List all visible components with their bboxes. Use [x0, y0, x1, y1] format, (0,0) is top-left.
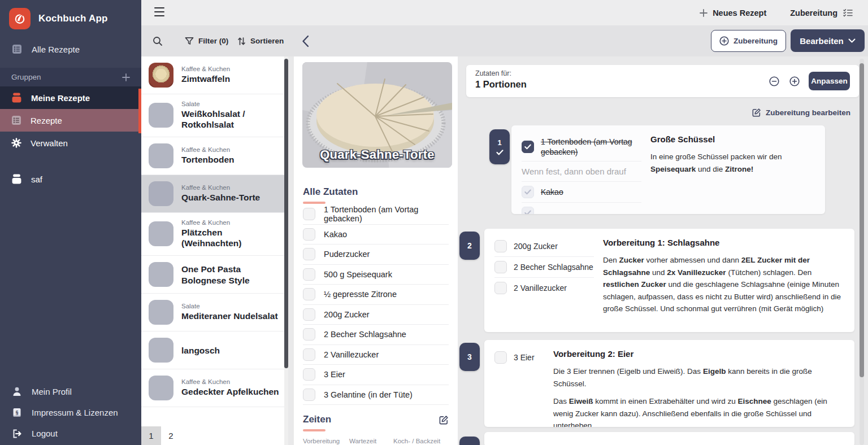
- edit-icon: [752, 108, 761, 117]
- list-item[interactable]: Kaffee & Kuchen Plätzchen (Weihnachten): [141, 213, 284, 256]
- list-item[interactable]: Kaffee & Kuchen Gedeckter Apfelkuchen: [141, 369, 284, 407]
- recipe-category: Kaffee & Kuchen: [181, 219, 281, 226]
- step-ingredient-checkbox[interactable]: [494, 351, 507, 364]
- recipe-list-icon: [11, 44, 23, 54]
- ingredient-checkbox[interactable]: [303, 208, 315, 220]
- toolbar: Filter (0) Sortieren Zubereitung Bearbei…: [141, 25, 868, 56]
- list-item-selected[interactable]: Kaffee & Kuchen Quark-Sahne-Torte: [141, 175, 284, 213]
- recipe-list-icon: [11, 115, 21, 125]
- step-ingredient-row[interactable]: 3 Eier: [494, 347, 544, 368]
- add-zubereitung-button[interactable]: Zubereitung: [711, 30, 786, 52]
- sidebar-item-meine-rezepte[interactable]: Meine Rezepte: [0, 86, 141, 109]
- recipe-thumbnail: [149, 376, 173, 400]
- paragraph-book-icon: §: [11, 408, 23, 417]
- ingredient-checkbox[interactable]: [303, 348, 315, 361]
- step-ingredient-row[interactable]: 200g Zucker: [494, 236, 594, 257]
- step-ingredient-row[interactable]: 2 Becher Schlagsahne: [494, 257, 594, 278]
- ingredient-row[interactable]: Kakao: [303, 225, 449, 245]
- list-item[interactable]: Kaffee & Kuchen Tortenboden: [141, 137, 284, 175]
- zubereitung-label: Zubereitung: [790, 8, 837, 18]
- sidebar-item-mein-profil[interactable]: Mein Profil: [0, 381, 141, 402]
- sidebar-item-label: saf: [31, 174, 42, 184]
- step-ingredient-row[interactable]: 1 Tortenboden (am Vortag gebacken): [522, 133, 641, 162]
- page-scrollbar[interactable]: [860, 59, 864, 445]
- ingredient-checkbox[interactable]: [303, 228, 315, 241]
- hamburger-menu-icon[interactable]: [154, 7, 164, 16]
- decrease-portions-icon[interactable]: [769, 76, 779, 86]
- ingredient-checkbox[interactable]: [303, 368, 315, 381]
- new-recipe-button[interactable]: Neues Rezept: [700, 8, 766, 18]
- ingredient-checkbox[interactable]: [303, 308, 315, 321]
- edit-times-icon[interactable]: [439, 415, 449, 425]
- edit-zubereitung-link[interactable]: Zubereitung bearbeiten: [752, 108, 850, 117]
- ingredient-row[interactable]: 500 g Speisequark: [303, 265, 449, 285]
- bearbeiten-button[interactable]: Bearbeiten: [791, 29, 865, 52]
- step-ingredient-checkbox[interactable]: [494, 282, 507, 294]
- recipe-detail-title: Quark-Sahne-Torte: [302, 147, 452, 162]
- checked-checkbox-faded[interactable]: [522, 186, 534, 198]
- checked-checkbox[interactable]: [522, 141, 534, 153]
- recipe-thumbnail: [149, 143, 173, 168]
- ingredient-checkbox[interactable]: [303, 389, 315, 401]
- list-item[interactable]: Salate Mediteraner Nudelsalat: [141, 294, 284, 331]
- sidebar-item-impressum[interactable]: § Impressum & Lizenzen: [0, 402, 141, 423]
- ingredient-checkbox[interactable]: [303, 268, 315, 281]
- ingredient-row[interactable]: 200g Zucker: [303, 305, 449, 325]
- top-strip: Neues Rezept Zubereitung: [141, 0, 868, 25]
- recipe-category: Kaffee & Kuchen: [181, 146, 235, 153]
- back-button[interactable]: [302, 25, 309, 56]
- search-icon[interactable]: [153, 25, 163, 56]
- recipe-detail-panel: Quark-Sahne-Torte Alle Zutaten 1 Tortenb…: [294, 56, 458, 445]
- recipe-title: Tortenboden: [181, 154, 235, 165]
- ingredient-row[interactable]: 2 Vanillezucker: [303, 345, 449, 365]
- sort-button[interactable]: Sortieren: [237, 25, 284, 56]
- ingredient-row[interactable]: Puderzucker: [303, 245, 449, 265]
- list-item[interactable]: One Pot Pasta Bolognese Style: [141, 256, 284, 294]
- chevron-down-icon: [848, 38, 856, 43]
- step-ingredient-checkbox[interactable]: [494, 240, 507, 252]
- ingredient-row[interactable]: 3 Gelantine (in der Tüte): [303, 385, 449, 405]
- ingredient-row[interactable]: 1 Tortenboden (am Vortag gebacken): [303, 204, 449, 225]
- sidebar: Kochbuch App Alle Rezepte Gruppen Meine …: [0, 0, 141, 445]
- sidebar-item-saf[interactable]: saf: [0, 168, 141, 190]
- sidebar-item-alle-rezepte[interactable]: Alle Rezepte: [0, 38, 141, 60]
- ingredient-row[interactable]: 2 Becher Schlagsahne: [303, 325, 449, 345]
- ingredient-row[interactable]: 3 Eier: [303, 365, 449, 385]
- recipe-thumbnail: [149, 103, 173, 128]
- step-ingredient-row[interactable]: 2 Vanillezucker: [494, 278, 594, 298]
- ingredient-checkbox[interactable]: [303, 248, 315, 260]
- page-button-2[interactable]: 2: [161, 426, 181, 445]
- anpassen-button[interactable]: Anpassen: [809, 72, 850, 90]
- times-heading: Zeiten: [303, 414, 449, 431]
- filter-button[interactable]: Filter (0): [185, 25, 228, 56]
- step-ingredient-checkbox[interactable]: [494, 261, 507, 273]
- ingredient-checkbox[interactable]: [303, 328, 315, 341]
- list-item[interactable]: Kaffee & Kuchen Zimtwaffeln: [141, 56, 284, 94]
- list-scrollbar[interactable]: [284, 56, 288, 445]
- step-ingredient-row[interactable]: Kakao: [522, 182, 641, 203]
- step-body: Den Zucker vorher abmessen und dann 2EL …: [603, 254, 844, 315]
- recipe-category: Salate: [181, 101, 281, 107]
- sidebar-item-rezepte[interactable]: Rezepte: [0, 109, 141, 132]
- ingredient-checkbox[interactable]: [303, 288, 315, 300]
- pot-icon: [11, 93, 22, 103]
- ingredients-heading: Alle Zutaten: [303, 186, 358, 204]
- page-button-1[interactable]: 1: [141, 426, 161, 445]
- sidebar-item-label: Rezepte: [31, 116, 62, 125]
- step-ingredient-row[interactable]: [522, 203, 641, 214]
- sidebar-item-label: Mein Profil: [32, 387, 72, 396]
- checked-checkbox-faded[interactable]: [522, 207, 534, 214]
- zubereitung-mode-button[interactable]: Zubereitung: [790, 8, 853, 18]
- add-group-icon[interactable]: [122, 73, 130, 81]
- ingredient-row[interactable]: ½ gepresste Zitrone: [303, 285, 449, 305]
- increase-portions-icon[interactable]: [789, 76, 800, 86]
- list-item[interactable]: Salate Weißkohlsalat / Rotkohlsalat: [141, 94, 284, 137]
- sidebar-item-logout[interactable]: Logout: [0, 423, 141, 444]
- step-note: Wenn fest, dann oben drauf: [522, 162, 641, 182]
- plus-icon: [700, 9, 708, 17]
- sidebar-item-verwalten[interactable]: Verwalten: [0, 132, 141, 154]
- list-item[interactable]: langosch: [141, 331, 284, 369]
- step-body: Die 3 Eier trennen (Eigelb und Eiweiß). …: [553, 365, 844, 390]
- recipe-thumbnail: [149, 181, 173, 206]
- step-card-2: 200g Zucker 2 Becher Schlagsahne 2 Vanil…: [484, 229, 854, 332]
